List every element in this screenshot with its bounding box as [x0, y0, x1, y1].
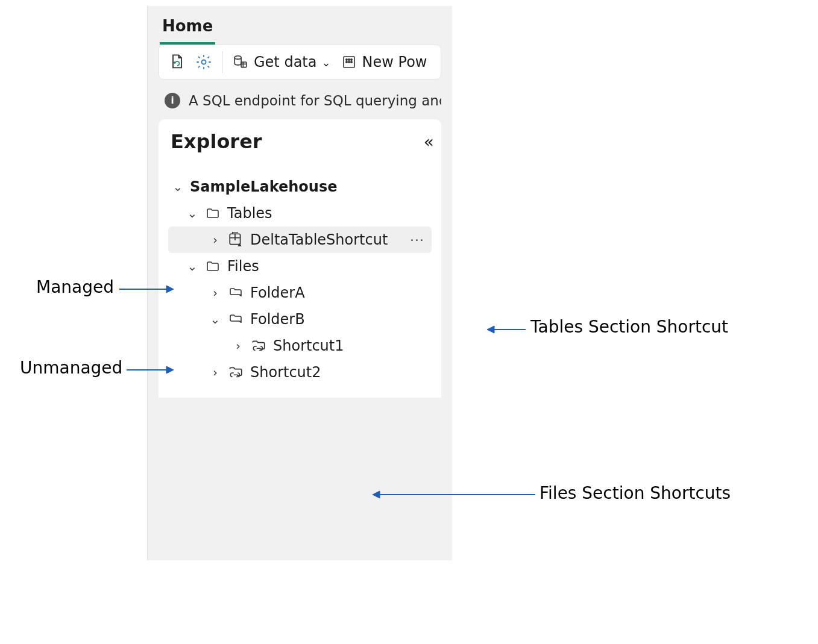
get-data-label: Get data: [254, 54, 316, 70]
refresh-icon[interactable]: [169, 54, 186, 70]
new-power-label: New Pow: [362, 54, 427, 70]
explorer-title: Explorer: [171, 130, 262, 153]
chevron-down-icon: ⌄: [186, 206, 198, 220]
chevron-right-icon: ›: [209, 233, 221, 247]
more-menu-button[interactable]: ···: [410, 233, 428, 248]
explorer-tree: ⌄ SampleLakehouse ⌄ Tables › DeltaTableS…: [159, 160, 441, 398]
svg-marker-12: [166, 286, 174, 293]
svg-point-7: [345, 61, 347, 63]
delta-shortcut-label: DeltaTableShortcut: [250, 231, 388, 248]
gear-icon[interactable]: [195, 54, 212, 70]
toolbar: Get data ⌄ New Pow: [159, 45, 441, 80]
tab-home[interactable]: Home: [160, 11, 215, 45]
new-power-button[interactable]: New Pow: [341, 54, 427, 70]
svg-point-1: [234, 56, 241, 59]
chevron-right-icon: ›: [209, 365, 221, 380]
callout-tables-shortcut: Tables Section Shortcut: [530, 317, 728, 337]
svg-point-0: [202, 60, 206, 64]
arrow-files-shortcuts: [373, 489, 535, 500]
chevron-right-icon: ›: [232, 339, 244, 353]
tree-root[interactable]: ⌄ SampleLakehouse: [168, 174, 432, 200]
folder-icon: [227, 312, 244, 327]
info-text: A SQL endpoint for SQL querying and a de: [189, 93, 441, 108]
svg-point-8: [348, 61, 349, 63]
folder-a-label: FolderA: [250, 284, 305, 301]
tree-files[interactable]: ⌄ Files: [168, 253, 432, 280]
arrow-tables-shortcut: [487, 324, 526, 335]
folder-icon: [227, 286, 244, 300]
folder-shortcut-icon: [250, 338, 267, 354]
info-icon: i: [165, 93, 180, 108]
svg-point-5: [348, 59, 349, 60]
callout-managed: Managed: [36, 277, 114, 297]
chevron-down-icon: ⌄: [209, 312, 221, 327]
tree-shortcut2[interactable]: › Shortcut2: [168, 359, 432, 386]
folder-icon: [204, 259, 221, 274]
svg-rect-2: [241, 62, 247, 67]
svg-point-9: [350, 61, 351, 63]
files-label: Files: [227, 258, 259, 275]
svg-point-4: [345, 59, 347, 60]
svg-marker-16: [487, 326, 494, 333]
shortcut2-label: Shortcut2: [250, 364, 321, 381]
arrow-managed: [119, 284, 174, 295]
tree-folder-b[interactable]: ⌄ FolderB: [168, 306, 432, 333]
toolbar-divider: [222, 51, 222, 73]
tables-label: Tables: [227, 205, 272, 222]
chevron-down-icon: ⌄: [321, 56, 330, 69]
arrow-unmanaged: [127, 364, 174, 375]
callout-unmanaged: Unmanaged: [20, 358, 122, 378]
shortcut1-label: Shortcut1: [273, 337, 344, 354]
folder-shortcut-icon: [227, 364, 244, 380]
svg-point-6: [350, 59, 351, 60]
lakehouse-panel: Home: [147, 6, 452, 560]
svg-marker-18: [373, 491, 380, 498]
database-icon: [232, 54, 249, 70]
tab-strip: Home: [148, 6, 452, 45]
grid-icon: [341, 54, 357, 70]
collapse-explorer-button[interactable]: «: [424, 132, 429, 152]
tree-tables[interactable]: ⌄ Tables: [168, 200, 432, 227]
folder-b-label: FolderB: [250, 311, 305, 328]
explorer-header: Explorer «: [159, 119, 441, 160]
delta-shortcut-icon: [227, 232, 244, 248]
tree-delta-shortcut[interactable]: › DeltaTableShortcut ···: [168, 227, 432, 253]
info-banner: i A SQL endpoint for SQL querying and a …: [159, 89, 441, 112]
svg-marker-14: [166, 366, 174, 374]
folder-icon: [204, 206, 221, 220]
callout-files-shortcuts: Files Section Shortcuts: [540, 483, 731, 503]
root-label: SampleLakehouse: [190, 178, 337, 195]
chevron-down-icon: ⌄: [172, 180, 184, 194]
tree-folder-a[interactable]: › FolderA: [168, 280, 432, 306]
chevron-right-icon: ›: [209, 286, 221, 300]
chevron-down-icon: ⌄: [186, 259, 198, 274]
tree-shortcut1[interactable]: › Shortcut1: [168, 333, 432, 359]
get-data-button[interactable]: Get data ⌄: [232, 54, 331, 70]
